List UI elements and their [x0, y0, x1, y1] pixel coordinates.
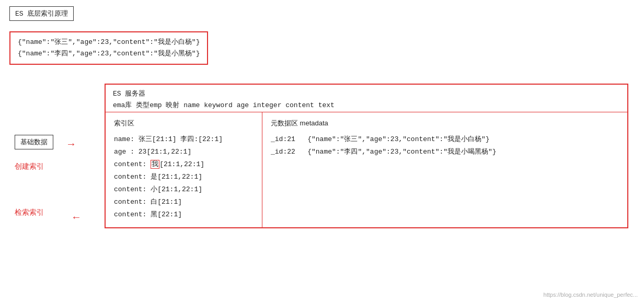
label-create-index: 创建索引 [15, 162, 44, 171]
metadata-entry-22: _id:22 {"name":"李四","age":23,"content":"… [271, 146, 619, 158]
metadata-entry-21: _id:21 {"name":"张三","age":23,"content":"… [271, 133, 619, 146]
index-entry-name: name: 张三[21:1] 李四:[22:1] [114, 133, 254, 146]
es-server-header: ES 服务器 ema库 类型emp 映射 name keyword age in… [106, 85, 627, 112]
index-area-title: 索引区 [114, 119, 254, 128]
raw-data-line2: {"name":"李四","age":23,"content":"我是小黑杨"} [18, 48, 200, 60]
index-entry-content-wo: content: 我[21:1,22:1] [114, 158, 254, 171]
index-entry-content-hei: content: 黑[22:1] [114, 208, 254, 221]
diagram-body: 索引区 name: 张三[21:1] 李四:[22:1] age : 23[21… [106, 112, 627, 227]
index-entry-content-shi: content: 是[21:1,22:1] [114, 171, 254, 183]
label-basic-data: 基础数据 [15, 135, 53, 149]
watermark: https://blog.csdn.net/unique_perfec... [544, 292, 638, 298]
raw-data-box: {"name":"张三","age":23,"content":"我是小白杨"}… [9, 31, 208, 65]
index-area: 索引区 name: 张三[21:1] 李四:[22:1] age : 23[21… [106, 112, 262, 227]
es-server-title: ES 服务器 [113, 89, 620, 98]
es-server-diagram: ES 服务器 ema库 类型emp 映射 name keyword age in… [105, 84, 628, 228]
arrow-right-icon: → [68, 138, 74, 150]
arrow-left-icon: ← [73, 212, 79, 224]
label-search-index: 检索索引 [15, 208, 44, 217]
raw-data-line1: {"name":"张三","age":23,"content":"我是小白杨"} [18, 37, 200, 48]
index-entry-content-bai: content: 白[21:1] [114, 196, 254, 208]
index-entry-age: age : 23[21:1,22:1] [114, 146, 254, 158]
mapping-line: ema库 类型emp 映射 name keyword age integer c… [113, 100, 620, 110]
index-entry-content-xiao: content: 小[21:1,22:1] [114, 183, 254, 196]
highlighted-wo: 我 [151, 160, 159, 169]
page-title: ES 底层索引原理 [9, 6, 74, 21]
metadata-area-title: 元数据区 metadata [271, 119, 619, 128]
metadata-area: 元数据区 metadata _id:21 {"name":"张三","age":… [262, 112, 627, 227]
